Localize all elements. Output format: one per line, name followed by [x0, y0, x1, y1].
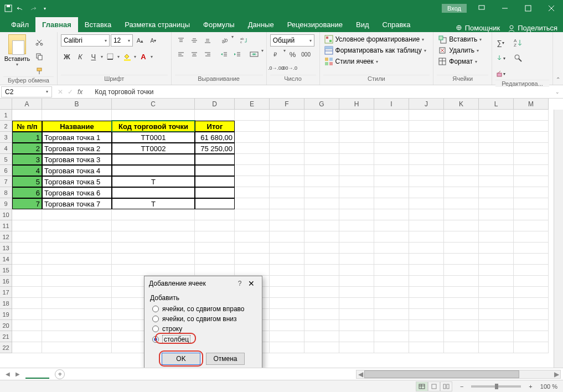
- cell-L4[interactable]: [479, 143, 514, 154]
- cell-F5[interactable]: [270, 154, 304, 165]
- cell-A20[interactable]: [12, 320, 42, 331]
- cell-G8[interactable]: [304, 187, 339, 198]
- row-header-7[interactable]: 7: [0, 176, 12, 187]
- cell-H12[interactable]: [339, 231, 374, 243]
- cell-I20[interactable]: [374, 320, 409, 331]
- cell-F9[interactable]: [270, 198, 304, 209]
- cell-C15[interactable]: [112, 265, 195, 276]
- cell-G3[interactable]: [304, 132, 339, 143]
- cell-C4[interactable]: ТТ0002: [112, 143, 195, 154]
- cell-B11[interactable]: [42, 220, 112, 231]
- cell-L9[interactable]: [479, 198, 514, 209]
- cell-I14[interactable]: [374, 254, 409, 265]
- cell-M9[interactable]: [514, 198, 549, 209]
- cancel-formula-icon[interactable]: ✕: [58, 88, 63, 96]
- maximize-icon[interactable]: [516, 0, 540, 17]
- cell-E13[interactable]: [235, 243, 270, 254]
- cell-G15[interactable]: [304, 265, 339, 276]
- cell-I6[interactable]: [374, 165, 409, 176]
- font-name-combo[interactable]: Calibri▾: [61, 34, 110, 47]
- orientation-icon[interactable]: ab: [218, 34, 230, 47]
- cell-styles-button[interactable]: Стили ячеек▾: [323, 56, 379, 66]
- cell-H1[interactable]: [339, 110, 374, 121]
- cell-M18[interactable]: [514, 298, 549, 309]
- cell-K6[interactable]: [444, 165, 479, 176]
- column-header-D[interactable]: D: [195, 99, 235, 110]
- column-header-K[interactable]: K: [444, 99, 479, 110]
- tab-page-layout[interactable]: Разметка страницы: [118, 17, 197, 32]
- cell-A9[interactable]: 7: [12, 198, 42, 209]
- radio-shift-down[interactable]: ячейки, со сдвигом вниз: [150, 314, 256, 324]
- cell-H14[interactable]: [339, 254, 374, 265]
- cell-A21[interactable]: [12, 331, 42, 342]
- column-header-I[interactable]: I: [374, 99, 409, 110]
- row-header-18[interactable]: 18: [0, 298, 12, 309]
- cell-H20[interactable]: [339, 320, 374, 331]
- cell-E12[interactable]: [235, 231, 270, 243]
- font-size-combo[interactable]: 12▾: [111, 34, 133, 47]
- cell-A1[interactable]: [12, 110, 42, 121]
- cell-B9[interactable]: Торговая точка 7: [42, 198, 112, 209]
- cell-K22[interactable]: [444, 342, 479, 353]
- cell-L10[interactable]: [479, 209, 514, 220]
- ribbon-display-icon[interactable]: [470, 0, 493, 17]
- decrease-font-icon[interactable]: A▾: [147, 34, 159, 47]
- row-header-21[interactable]: 21: [0, 331, 12, 342]
- cell-M16[interactable]: [514, 276, 549, 287]
- cell-M21[interactable]: [514, 331, 549, 342]
- cell-G7[interactable]: [304, 176, 339, 187]
- cell-C9[interactable]: Т: [112, 198, 195, 209]
- sheet-nav-next-icon[interactable]: ▶: [16, 371, 20, 377]
- cell-G9[interactable]: [304, 198, 339, 209]
- cell-L17[interactable]: [479, 287, 514, 298]
- share-button[interactable]: Поделиться: [508, 24, 557, 32]
- find-select-icon[interactable]: [512, 52, 524, 64]
- cell-L15[interactable]: [479, 265, 514, 276]
- cell-K15[interactable]: [444, 265, 479, 276]
- row-header-17[interactable]: 17: [0, 287, 12, 298]
- column-header-C[interactable]: C: [112, 99, 195, 110]
- row-header-6[interactable]: 6: [0, 165, 12, 176]
- cell-D6[interactable]: [195, 165, 235, 176]
- cell-I8[interactable]: [374, 187, 409, 198]
- cell-G22[interactable]: [304, 342, 339, 353]
- cell-M3[interactable]: [514, 132, 549, 143]
- cell-C7[interactable]: Т: [112, 176, 195, 187]
- cell-E8[interactable]: [235, 187, 270, 198]
- cell-C8[interactable]: [112, 187, 195, 198]
- cell-I12[interactable]: [374, 231, 409, 243]
- conditional-formatting-button[interactable]: Условное форматирование▾: [323, 34, 426, 44]
- cell-D3[interactable]: 61 680,00: [195, 132, 235, 143]
- zoom-out-icon[interactable]: −: [460, 383, 463, 390]
- tab-data[interactable]: Данные: [241, 17, 281, 32]
- cell-L13[interactable]: [479, 243, 514, 254]
- save-icon[interactable]: [4, 4, 12, 12]
- sheet-tab[interactable]: [25, 370, 49, 379]
- cell-I16[interactable]: [374, 276, 409, 287]
- dialog-cancel-button[interactable]: Отмена: [206, 353, 245, 365]
- cell-M4[interactable]: [514, 143, 549, 154]
- name-box[interactable]: C2▾: [1, 86, 52, 97]
- align-center-icon[interactable]: [188, 48, 200, 60]
- cell-M1[interactable]: [514, 110, 549, 121]
- cell-J5[interactable]: [409, 154, 444, 165]
- cell-B15[interactable]: [42, 265, 112, 276]
- column-header-F[interactable]: F: [270, 99, 304, 110]
- cell-I15[interactable]: [374, 265, 409, 276]
- cell-I3[interactable]: [374, 132, 409, 143]
- cell-I7[interactable]: [374, 176, 409, 187]
- cell-H3[interactable]: [339, 132, 374, 143]
- cell-B2[interactable]: Название: [42, 121, 112, 132]
- fx-icon[interactable]: fx: [78, 88, 86, 96]
- expand-formula-bar-icon[interactable]: ⌄: [552, 89, 563, 95]
- cell-H15[interactable]: [339, 265, 374, 276]
- merge-icon[interactable]: [248, 48, 260, 60]
- font-color-icon[interactable]: A: [137, 50, 149, 63]
- cell-J18[interactable]: [409, 298, 444, 309]
- cell-K21[interactable]: [444, 331, 479, 342]
- cell-I21[interactable]: [374, 331, 409, 342]
- cell-C1[interactable]: [112, 110, 195, 121]
- align-middle-icon[interactable]: [188, 34, 200, 47]
- cell-L22[interactable]: [479, 342, 514, 353]
- sort-filter-icon[interactable]: AZ: [512, 37, 524, 49]
